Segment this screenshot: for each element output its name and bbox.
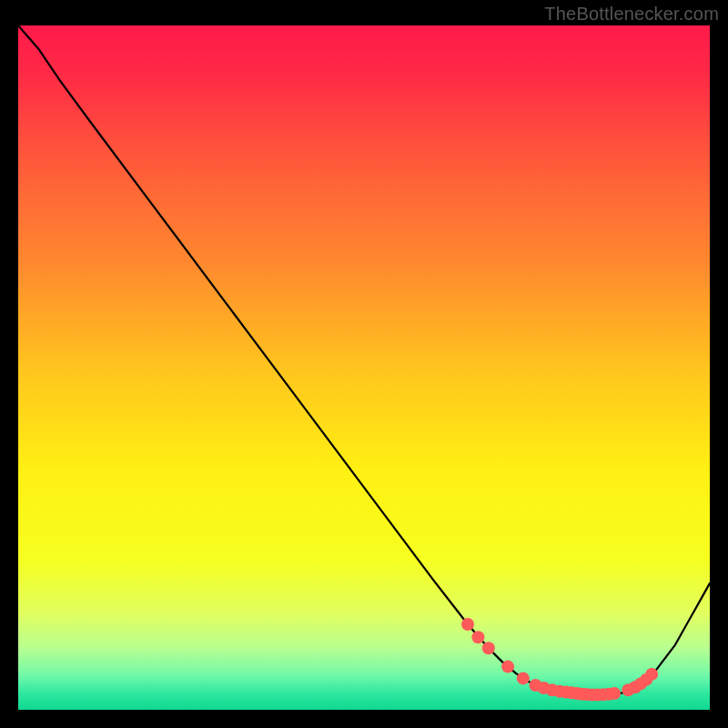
watermark-text: TheBottlenecker.com <box>544 4 719 25</box>
data-marker <box>461 618 474 631</box>
data-marker <box>608 687 621 700</box>
bottleneck-chart <box>18 25 710 710</box>
data-marker <box>471 631 484 643</box>
data-marker <box>482 642 495 654</box>
plot-area <box>18 25 710 710</box>
chart-frame: TheBottlenecker.com <box>0 0 728 728</box>
data-marker <box>645 668 658 681</box>
data-marker <box>501 661 514 673</box>
gradient-background <box>18 25 710 710</box>
data-marker <box>517 672 530 684</box>
